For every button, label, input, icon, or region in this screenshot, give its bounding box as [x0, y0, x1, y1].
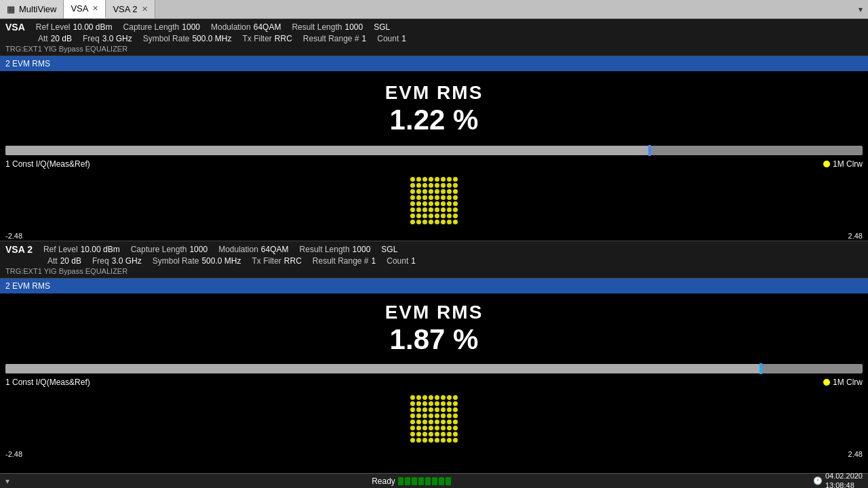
- vsa2-modulation: Modulation 64QAM: [218, 245, 288, 254]
- qam-dot: [416, 426, 421, 430]
- qam-dot: [422, 401, 427, 406]
- vsa2-sgl-val: SGL: [381, 245, 397, 254]
- qam-dot: [453, 438, 458, 443]
- qam-dot: [447, 183, 452, 188]
- qam-dot: [453, 395, 458, 400]
- qam-dot: [410, 183, 415, 188]
- vsa2-tx-filter-key: Tx Filter: [252, 256, 281, 266]
- qam-dot: [410, 432, 415, 436]
- status-bar: ▾ Ready 🕐 04.02.2020 13:08:48: [0, 473, 868, 488]
- qam-dot: [416, 201, 421, 206]
- vsa2-count-val: 1: [411, 256, 416, 266]
- vsa1-tx-filter-val: RRC: [275, 34, 292, 43]
- vsa1-evm-title: EVM RMS: [385, 82, 484, 104]
- qam-dot: [453, 195, 458, 200]
- battery-bar-4: [418, 477, 424, 485]
- qam-dot: [435, 407, 439, 412]
- vsa2-section-label: 2 EVM RMS: [0, 279, 868, 293]
- qam-dot: [422, 207, 427, 212]
- battery-bar-2: [405, 477, 410, 485]
- qam-dot: [447, 432, 452, 436]
- tab-multiview: ▦ MultiView: [0, 0, 64, 18]
- qam-dot: [410, 201, 415, 206]
- vsa1-ref-level-key: Ref Level: [36, 22, 71, 32]
- qam-dot: [422, 183, 427, 188]
- vsa2-const-scale: -2.48 2.48: [0, 449, 868, 459]
- vsa1-const-header: 1 Const I/Q(Meas&Ref) 1M Clrw: [0, 158, 868, 170]
- qam-dot: [447, 177, 452, 182]
- tab-vsa2-close[interactable]: ✕: [142, 5, 148, 14]
- qam-dot: [429, 438, 433, 443]
- vsa1-progress-bar-fill: [5, 146, 648, 155]
- vsa1-sgl-val: SGL: [374, 22, 390, 32]
- qam-dot: [410, 413, 415, 418]
- vsa2-count: Count 1: [387, 256, 416, 266]
- vsa1-progress-indicator: [648, 145, 651, 156]
- qam-dot: [441, 177, 446, 182]
- vsa2-symbol-rate-val: 500.0 MHz: [201, 256, 241, 266]
- clock-icon: 🕐: [813, 476, 823, 485]
- qam-dot: [435, 426, 439, 430]
- app-name: MultiView: [19, 4, 56, 14]
- vsa1-capture-length: Capture Length 1000: [123, 22, 200, 32]
- tab-dropdown[interactable]: ▾: [859, 5, 868, 14]
- vsa2-modulation-val: 64QAM: [261, 245, 289, 254]
- qam-dot: [441, 395, 446, 400]
- qam-dot: [441, 195, 446, 200]
- tab-vsa[interactable]: VSA ✕: [64, 0, 106, 18]
- vsa1-const-meta-text: 1M Clrw: [833, 159, 863, 169]
- battery-bar-1: [398, 477, 403, 485]
- vsa2-result-length: Result Length 1000: [300, 245, 371, 254]
- qam-dot: [453, 432, 458, 436]
- tab-vsa-close[interactable]: ✕: [92, 4, 98, 13]
- vsa1-const-meta: 1M Clrw: [823, 159, 863, 169]
- qam-dot: [422, 201, 427, 206]
- vsa1-tx-filter-key: Tx Filter: [242, 34, 271, 43]
- status-datetime: 04.02.2020 13:08:48: [825, 472, 863, 488]
- qam-dot: [416, 420, 421, 424]
- qam-dot: [441, 207, 446, 212]
- vsa1-sgl: SGL: [374, 22, 390, 32]
- qam-dot: [422, 189, 427, 194]
- qam-dot: [416, 189, 421, 194]
- qam-dot: [416, 407, 421, 412]
- qam-dot: [416, 438, 421, 443]
- vsa1-progress-bar-container: [0, 143, 868, 158]
- qam-dot: [410, 220, 415, 224]
- vsa2-capture-length-val: 1000: [189, 245, 208, 254]
- vsa1-att-val: 20 dB: [51, 34, 72, 43]
- qam-dot: [435, 401, 439, 406]
- qam-dot: [429, 407, 433, 412]
- status-left: ▾: [5, 476, 9, 486]
- vsa2-count-key: Count: [387, 256, 408, 266]
- qam-dot: [429, 220, 433, 224]
- qam-dot: [410, 420, 415, 424]
- qam-dot: [447, 438, 452, 443]
- qam-dot: [453, 189, 458, 194]
- vsa1-scale-max: 2.48: [848, 232, 863, 240]
- qam-dot: [410, 189, 415, 194]
- vsa1-count: Count 1: [377, 34, 406, 43]
- qam-dot: [441, 432, 446, 436]
- qam-dot: [441, 438, 446, 443]
- qam-dot: [441, 183, 446, 188]
- qam-dot: [447, 201, 452, 206]
- vsa1-freq: Freq 3.0 GHz: [83, 34, 132, 43]
- tab-vsa2[interactable]: VSA 2 ✕: [106, 0, 155, 18]
- vsa1-freq-key: Freq: [83, 34, 100, 43]
- vsa2-scale-max: 2.48: [848, 450, 863, 458]
- title-bar: ▦ MultiView VSA ✕ VSA 2 ✕ ▾: [0, 0, 868, 19]
- qam-dot: [447, 401, 452, 406]
- tab-vsa-label: VSA: [71, 3, 88, 14]
- vsa1-symbol-rate-key: Symbol Rate: [143, 34, 190, 43]
- qam-dot: [441, 407, 446, 412]
- qam-dot: [422, 214, 427, 218]
- status-dropdown-icon[interactable]: ▾: [5, 476, 9, 486]
- vsa1-ref-level-val: 10.00 dBm: [73, 22, 113, 32]
- vsa1-modulation: Modulation 64QAM: [211, 22, 281, 32]
- qam-dot: [422, 177, 427, 182]
- qam-dot: [410, 395, 415, 400]
- vsa2-tx-filter-val: RRC: [284, 256, 302, 266]
- vsa2-ref-level: Ref Level 10.00 dBm: [43, 245, 120, 254]
- qam-dot: [435, 420, 439, 424]
